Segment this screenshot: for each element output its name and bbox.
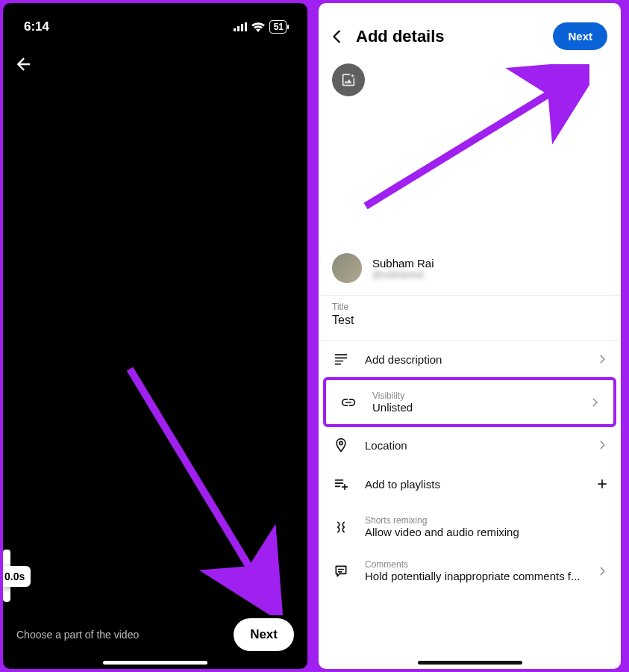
account-row[interactable]: Subham Rai @subhamrai [319, 246, 621, 290]
remix-label: Shorts remixing [365, 515, 607, 526]
visibility-label: Visibility [372, 391, 575, 401]
cellular-icon [234, 22, 247, 31]
svg-rect-2 [241, 24, 243, 31]
visibility-row[interactable]: Visibility Unlisted [326, 380, 613, 424]
battery-icon: 51 [269, 20, 287, 34]
visibility-value: Unlisted [372, 401, 575, 414]
description-label: Add description [365, 353, 582, 366]
add-thumbnail-button[interactable] [332, 63, 365, 96]
title-label: Title [332, 302, 607, 312]
remix-icon [332, 520, 350, 535]
comments-label: Comments [365, 559, 582, 570]
trim-time-badge[interactable]: 0.0s [0, 566, 31, 587]
svg-line-4 [130, 369, 260, 585]
location-row[interactable]: Location [319, 427, 621, 463]
svg-rect-0 [234, 28, 236, 31]
annotation-arrow [122, 361, 287, 615]
user-handle: @subhamrai [372, 270, 434, 280]
header: Add details Next [319, 3, 621, 63]
remixing-row[interactable]: Shorts remixing Allow video and audio re… [319, 505, 621, 549]
user-name: Subham Rai [372, 257, 434, 270]
link-icon [339, 395, 357, 410]
svg-point-6 [339, 441, 342, 444]
chevron-right-icon [597, 440, 607, 450]
back-button[interactable] [13, 54, 34, 75]
trim-time: 0.0s [4, 570, 25, 582]
chevron-right-icon [589, 397, 600, 408]
add-description-row[interactable]: Add description [319, 341, 621, 377]
home-indicator [103, 661, 207, 665]
footer: Choose a part of the video Next [3, 618, 307, 651]
status-time: 6:14 [24, 19, 49, 34]
visibility-highlight: Visibility Unlisted [323, 377, 616, 427]
add-details-screen: Add details Next Subham Rai @subhamrai T… [316, 0, 624, 672]
hint-text: Choose a part of the video [16, 629, 139, 641]
chevron-right-icon [597, 566, 607, 576]
svg-rect-1 [237, 26, 240, 31]
home-indicator [418, 661, 522, 665]
playlists-row[interactable]: Add to playlists + [319, 463, 621, 505]
comments-value: Hold potentially inappropriate comments … [365, 570, 582, 582]
trim-video-screen: 6:14 51 0.0s Choose a part of the video … [0, 0, 310, 672]
back-button[interactable] [329, 28, 345, 45]
status-indicators: 51 [234, 20, 287, 34]
location-icon [332, 438, 350, 452]
comments-row[interactable]: Comments Hold potentially inappropriate … [319, 549, 621, 593]
avatar [332, 253, 362, 283]
comments-icon [332, 564, 350, 579]
next-button[interactable]: Next [553, 22, 607, 50]
wifi-icon [251, 22, 265, 32]
location-label: Location [365, 439, 582, 452]
description-icon [332, 352, 350, 367]
playlist-add-icon [332, 476, 350, 491]
svg-rect-3 [245, 22, 247, 31]
playlists-label: Add to playlists [365, 478, 582, 491]
next-button[interactable]: Next [234, 618, 294, 651]
title-value: Test [332, 314, 607, 327]
battery-level: 51 [274, 22, 284, 32]
page-title: Add details [356, 27, 445, 46]
title-field[interactable]: Title Test [319, 295, 621, 341]
remix-value: Allow video and audio remixing [365, 526, 607, 538]
plus-icon: + [597, 473, 607, 494]
status-bar: 6:14 51 [3, 3, 307, 40]
chevron-right-icon [597, 354, 607, 364]
